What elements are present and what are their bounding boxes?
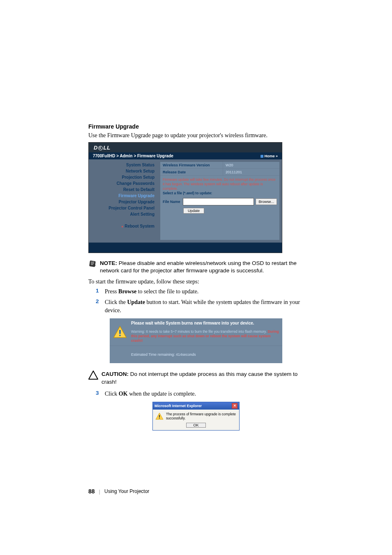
admin-sidebar: System Status Network Setup Projection S…	[91, 162, 160, 240]
steps-intro: To start the firmware update, follow the…	[88, 279, 304, 285]
step-2-text: Click the Update button to start. Wait w…	[105, 298, 304, 314]
step-3-number: 3	[96, 390, 101, 396]
footer-divider: |	[99, 488, 100, 495]
sidebar-item-reboot[interactable]: Reboot System	[91, 223, 157, 229]
step-1-text: Press Browse to select the file to updat…	[105, 288, 304, 296]
step-1-number: 1	[96, 288, 101, 294]
sidebar-item-change-passwords[interactable]: Change Passwords	[91, 180, 157, 187]
dialog-message: The process of firmware upgrade is compl…	[166, 412, 237, 420]
admin-logo-bar: DELL	[89, 143, 282, 152]
ok-dialog: Microsoft Internet Explorer ✕ The proces…	[152, 402, 240, 431]
note-text: NOTE: Please disable and enable wireless…	[100, 260, 304, 274]
home-link[interactable]: Home »	[261, 154, 278, 158]
svg-point-7	[159, 418, 160, 419]
section-title: Firmware Upgrade	[88, 123, 304, 130]
svg-rect-0	[89, 260, 96, 267]
burn-warning-screenshot: Please wait while System burns new firmw…	[110, 318, 282, 363]
page-footer: 88 | Using Your Projector	[88, 488, 304, 495]
firmware-version-label: Wireless Firmware Version	[160, 162, 223, 168]
dell-logo: DELL	[94, 145, 111, 151]
close-icon[interactable]: ✕	[232, 403, 238, 409]
home-icon	[261, 155, 263, 158]
admin-main: Wireless Firmware Version W20 Release Da…	[160, 162, 279, 240]
sidebar-item-projector-control[interactable]: Projector Control Panel	[91, 205, 157, 211]
burn-time-remaining: Estimated Time remaining: 414seconds	[110, 346, 282, 363]
select-file-label: Select a file (*.awd) to update:	[163, 191, 212, 195]
admin-footer	[89, 242, 282, 253]
sidebar-item-projection-setup[interactable]: Projection Setup	[91, 174, 157, 180]
svg-point-3	[119, 335, 121, 336]
breadcrumb: 7700FullHD > Admin > Firmware Upgrade Ho…	[89, 152, 282, 159]
firmware-warning: Firmware update will take few minutes. D…	[163, 177, 276, 191]
file-name-label: File Name	[163, 200, 181, 204]
intro-text: Use the Firmware Upgrade page to update …	[88, 132, 304, 139]
admin-screenshot: DELL 7700FullHD > Admin > Firmware Upgra…	[88, 142, 282, 253]
release-date-label: Release Date	[160, 169, 223, 175]
dialog-title: Microsoft Internet Explorer	[154, 404, 202, 408]
step-3-text: Click OK when the update is complete.	[105, 390, 304, 398]
sidebar-item-firmware-upgrade[interactable]: Firmware Upgrade	[91, 193, 157, 199]
sidebar-item-system-status[interactable]: System Status	[91, 162, 157, 168]
update-button[interactable]: Update	[183, 208, 204, 214]
warning-triangle-icon	[113, 325, 127, 339]
note-icon	[88, 260, 97, 268]
browse-button[interactable]: Browse...	[256, 198, 277, 205]
breadcrumb-text: 7700FullHD > Admin > Firmware Upgrade	[93, 154, 173, 158]
firmware-version-value: W20	[223, 162, 236, 168]
file-name-input[interactable]	[183, 198, 254, 205]
footer-text: Using Your Projector	[104, 488, 149, 494]
burn-title: Please wait while System burns new firmw…	[131, 321, 279, 325]
svg-rect-2	[119, 330, 120, 334]
step-2-number: 2	[96, 298, 101, 304]
burn-warning-text: Warning: It needs to take 5~7 minutes to…	[131, 329, 279, 343]
caution-text: CAUTION: Do not interrupt the update pro…	[101, 371, 304, 385]
page-number: 88	[88, 488, 95, 495]
sidebar-item-alert-setting[interactable]: Alert Setting	[91, 211, 157, 217]
dialog-warning-icon	[155, 412, 164, 420]
svg-marker-4	[89, 371, 98, 379]
svg-rect-6	[159, 415, 160, 417]
sidebar-item-projector-upgrade[interactable]: Projector Upgrade	[91, 199, 157, 205]
ok-button[interactable]: OK	[186, 423, 205, 428]
release-date-value: 20111201	[223, 169, 244, 175]
sidebar-item-network-setup[interactable]: Network Setup	[91, 168, 157, 174]
caution-icon	[88, 371, 98, 380]
sidebar-item-reset-default[interactable]: Reset to Default	[91, 187, 157, 193]
